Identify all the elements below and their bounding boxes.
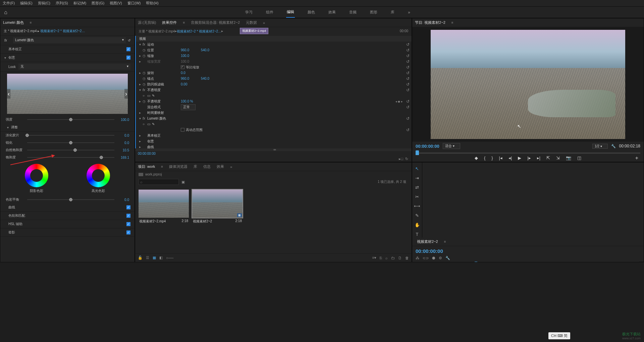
program-timecode-right[interactable]: 00:00:02:18 <box>619 144 640 148</box>
saturation-slider[interactable] <box>27 157 114 158</box>
workspace-libraries[interactable]: 库 <box>390 7 395 17</box>
linked-selection-icon[interactable]: ⊂⊃ <box>423 256 429 260</box>
panel-menu-icon[interactable]: ≡ <box>183 21 185 24</box>
twisty-icon[interactable]: ▸ <box>139 71 143 75</box>
lum-curves-label[interactable]: 曲线 <box>8 205 126 210</box>
fx-sequence-link[interactable]: 视频素材2~2 * 视频素材2~2… <box>177 29 221 34</box>
balance-value[interactable]: 0.0 <box>117 198 129 202</box>
reset-icon[interactable]: ↺ <box>406 128 410 132</box>
playhead[interactable] <box>475 262 476 262</box>
ellipse-mask-icon[interactable]: ○ <box>143 122 147 126</box>
bracket-in-icon[interactable]: { <box>484 155 485 160</box>
reset-icon[interactable]: ↺ <box>406 54 410 58</box>
twisty-icon[interactable]: ▾ <box>7 126 11 129</box>
new-bin-icon[interactable]: 🗀 <box>391 256 395 260</box>
stopwatch-icon[interactable]: ◷ <box>143 82 147 86</box>
timeline-sequence-tab[interactable]: 视频素材2~2 <box>417 239 438 244</box>
play-icon[interactable]: ▶ <box>518 155 521 160</box>
workspace-overflow-icon[interactable]: » <box>407 7 411 17</box>
zoom-dropdown[interactable]: 适合 ▾ <box>443 143 460 149</box>
fade-slider[interactable] <box>27 135 114 136</box>
play-only-icon[interactable]: ▸□ <box>399 157 403 161</box>
reset-icon[interactable]: ↺ <box>406 116 410 121</box>
menu-graphics[interactable]: 图形(G) <box>92 1 104 6</box>
hdr-checkbox[interactable] <box>181 128 184 132</box>
vibrance-value[interactable]: 10.5 <box>117 148 129 152</box>
menu-clip[interactable]: 剪辑(C) <box>38 1 50 6</box>
workspace-editing[interactable]: 编辑 <box>286 7 295 18</box>
resolution-dropdown[interactable]: 1/2 ▾ <box>592 144 608 149</box>
tab-effect-controls[interactable]: 效果控件 <box>162 20 177 25</box>
project-item[interactable]: ▦ 视频素材2~22:18 <box>192 190 243 250</box>
section-toggle-checkbox[interactable]: ✓ <box>126 230 130 234</box>
panel-menu-icon[interactable]: ≡ <box>451 21 453 24</box>
workspace-effects[interactable]: 效果 <box>328 7 336 17</box>
go-to-out-icon[interactable]: ▸| <box>537 155 540 160</box>
home-icon[interactable]: ⌂ <box>0 7 11 18</box>
section-toggle-checkbox[interactable]: ✓ <box>126 214 130 218</box>
look-dropdown[interactable]: 无▾ <box>18 64 130 70</box>
fx-position-x[interactable]: 960.0 <box>181 48 201 52</box>
slip-tool-icon[interactable]: ⟷ <box>414 203 421 209</box>
v-scrollbar[interactable] <box>639 262 644 262</box>
lum-hsl-label[interactable]: HSL 辅助 <box>8 222 126 226</box>
sharpen-value[interactable]: 0.0 <box>117 141 129 145</box>
automate-icon[interactable]: ⎘ <box>380 256 382 260</box>
twisty-icon[interactable]: ▸ <box>139 111 143 115</box>
stopwatch-icon[interactable]: ◷ <box>143 99 147 103</box>
go-to-in-icon[interactable]: |◂ <box>499 155 502 160</box>
icon-view-icon[interactable]: ▦ <box>153 256 156 260</box>
lum-basic-label[interactable]: 基本校正 <box>8 47 126 52</box>
pen-mask-icon[interactable]: ✎ <box>152 122 157 126</box>
menu-marker[interactable]: 标记(M) <box>73 1 87 6</box>
step-forward-icon[interactable]: |▸ <box>527 155 531 160</box>
twisty-icon[interactable]: ▾ <box>4 56 8 60</box>
razor-tool-icon[interactable]: ✂ <box>414 193 421 200</box>
twisty-icon[interactable]: ▸ <box>139 54 143 58</box>
uniform-scale-checkbox[interactable] <box>181 65 184 69</box>
tab-effects[interactable]: 效果 <box>217 164 224 169</box>
twisty-icon[interactable]: ▸ <box>139 139 143 143</box>
workspace-graphics[interactable]: 图形 <box>369 7 378 17</box>
fx-badge-icon[interactable]: fx <box>143 88 147 92</box>
reset-icon[interactable]: ↺ <box>406 105 410 110</box>
keyframe-nav-icon[interactable]: ◂ ◆ ▸ <box>395 100 403 103</box>
stopwatch-icon[interactable]: ◷ <box>143 48 147 52</box>
sharpen-slider[interactable] <box>27 142 114 143</box>
reset-icon[interactable]: ↺ <box>406 76 410 81</box>
menu-view[interactable]: 视图(V) <box>110 1 122 6</box>
shadow-tint-wheel[interactable] <box>25 164 48 187</box>
ellipse-mask-icon[interactable]: ○ <box>143 94 147 97</box>
reset-icon[interactable]: ↺ <box>128 39 130 42</box>
export-frame-icon[interactable]: 📷 <box>566 155 571 160</box>
wrench-icon[interactable]: 🔧 <box>445 256 450 260</box>
fx-badge-icon[interactable]: fx <box>143 43 147 46</box>
stopwatch-icon[interactable]: ◷ <box>143 71 147 75</box>
tab-media-browser[interactable]: 媒体浏览器 <box>169 164 187 169</box>
fx-scale-value[interactable]: 100.0 <box>181 54 201 58</box>
hand-tool-icon[interactable]: ✋ <box>414 221 421 228</box>
wrench-icon[interactable]: 🔧 <box>611 144 616 148</box>
program-title[interactable]: 节目: 视频素材2~2 <box>415 20 445 25</box>
tab-overflow[interactable]: » <box>230 165 232 169</box>
find-icon[interactable]: ⌕ <box>385 256 388 260</box>
fade-value[interactable]: 0.0 <box>117 134 129 137</box>
ripple-tool-icon[interactable]: ⇄ <box>414 184 421 191</box>
tab-libraries[interactable]: 库 <box>194 164 197 169</box>
reset-icon[interactable]: ↺ <box>406 42 410 47</box>
workspace-assembly[interactable]: 组件 <box>265 7 274 17</box>
menu-sequence[interactable]: 序列(S) <box>56 1 68 6</box>
lumetri-title[interactable]: Lumetri 颜色 <box>3 20 24 25</box>
snap-icon[interactable]: ⁂ <box>416 256 419 260</box>
fx-badge-icon[interactable]: fx <box>4 39 10 42</box>
fx-anchor-y[interactable]: 540.0 <box>201 77 221 80</box>
fx-blend-dropdown[interactable]: 正常 <box>181 104 196 110</box>
lum-creative-label[interactable]: 创意 <box>8 55 126 60</box>
reset-icon[interactable]: ↺ <box>406 99 410 104</box>
panel-menu-icon[interactable]: ≡ <box>161 165 163 168</box>
highlight-tint-wheel[interactable] <box>87 164 110 187</box>
saturation-value[interactable]: 169.1 <box>117 156 129 159</box>
fx-opacity-value[interactable]: 100.0 % <box>181 99 201 103</box>
rect-mask-icon[interactable]: ▭ <box>147 122 152 126</box>
playhead-icon[interactable] <box>416 150 419 155</box>
